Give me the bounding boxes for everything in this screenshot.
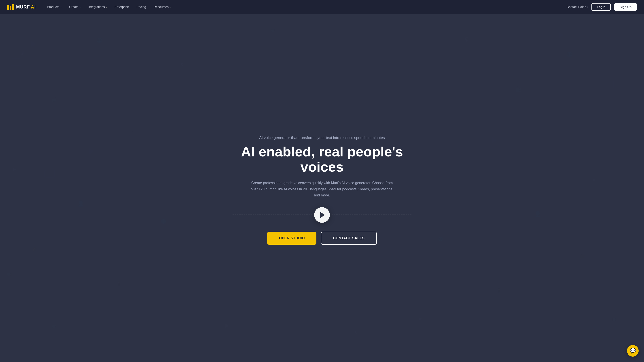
nav-item-create[interactable]: Create ▾ — [66, 3, 84, 10]
nav-left: MURF.AI Products ▾ Create ▾ Integrations… — [7, 3, 174, 10]
svg-text:🌐: 🌐 — [96, 37, 102, 43]
nav-right: Contact Sales › Login Sign Up — [567, 3, 637, 11]
svg-text:📺: 📺 — [612, 317, 617, 321]
svg-text:👤: 👤 — [534, 211, 541, 217]
arrow-icon: › — [587, 5, 588, 8]
nav-item-integrations[interactable]: Integrations ▾ — [85, 3, 110, 10]
svg-text:🎵: 🎵 — [129, 131, 135, 137]
svg-text:🎵: 🎵 — [386, 62, 392, 67]
logo-bar-2 — [10, 6, 12, 10]
nav-links: Products ▾ Create ▾ Integrations ▾ Enter… — [44, 3, 174, 10]
svg-text:▶: ▶ — [592, 177, 596, 182]
chevron-down-icon: ▾ — [60, 6, 62, 8]
hero-subtitle: AI voice generator that transforms your … — [232, 136, 412, 140]
svg-text:📱: 📱 — [116, 281, 122, 287]
svg-text:🎵: 🎵 — [483, 141, 489, 147]
svg-marker-28 — [559, 32, 564, 38]
chevron-down-icon: ▾ — [106, 6, 107, 8]
svg-text:🎓: 🎓 — [580, 253, 585, 259]
chevron-down-icon: ▾ — [80, 6, 81, 8]
nav-item-resources[interactable]: Resources ▾ — [150, 3, 174, 10]
svg-text:📺: 📺 — [6, 271, 12, 276]
svg-rect-32 — [604, 81, 614, 88]
signup-button[interactable]: Sign Up — [614, 3, 637, 11]
contact-sales-nav-link[interactable]: Contact Sales › — [567, 5, 588, 9]
svg-marker-27 — [31, 41, 36, 47]
svg-text:📺: 📺 — [515, 86, 522, 92]
open-studio-button[interactable]: OPEN STUDIO — [267, 232, 316, 245]
svg-text:🌐: 🌐 — [161, 219, 166, 224]
logo-text-ai: .AI — [30, 4, 36, 9]
svg-marker-29 — [90, 148, 94, 155]
svg-rect-33 — [45, 170, 54, 177]
svg-text:🌐: 🌐 — [567, 51, 572, 57]
svg-marker-30 — [492, 137, 496, 143]
cta-buttons: OPEN STUDIO CONTACT SALES — [232, 232, 412, 245]
svg-point-34 — [288, 27, 294, 32]
hero-section: 🎙 📺 🌐 🎵 ▶ 👤 🎓 📱 🌐 🎙 ▶ 📺 🎙 📺 🌐 🎵 ▶ 👤 🎓 📱 … — [0, 14, 644, 362]
login-button[interactable]: Login — [592, 3, 611, 11]
svg-rect-31 — [11, 58, 21, 66]
logo-bar-1 — [7, 5, 9, 10]
svg-text:📺: 📺 — [52, 96, 58, 102]
play-button[interactable] — [314, 207, 330, 223]
svg-text:🎙: 🎙 — [19, 50, 26, 57]
svg-text:📺: 📺 — [52, 323, 56, 328]
logo[interactable]: MURF.AI — [7, 4, 36, 10]
hero-description: Create professional-grade voiceovers qui… — [248, 180, 396, 198]
nav-item-enterprise[interactable]: Enterprise — [112, 3, 132, 10]
chat-bubble[interactable]: 💬 — [627, 345, 639, 357]
logo-text: MURF.AI — [16, 4, 36, 9]
svg-text:🎙: 🎙 — [180, 62, 185, 67]
svg-text:📱: 📱 — [496, 288, 502, 294]
svg-text:🌐: 🌐 — [438, 236, 443, 241]
nav-item-pricing[interactable]: Pricing — [133, 3, 149, 10]
svg-text:▶: ▶ — [226, 323, 229, 328]
svg-text:▶: ▶ — [418, 316, 422, 321]
logo-icon — [7, 4, 14, 10]
svg-text:▶: ▶ — [13, 167, 16, 171]
play-icon — [320, 212, 325, 218]
chat-icon: 💬 — [630, 348, 636, 354]
chevron-down-icon: ▾ — [170, 6, 171, 8]
svg-text:🎙: 🎙 — [464, 36, 470, 43]
nav-item-products[interactable]: Products ▾ — [44, 3, 64, 10]
svg-text:📺: 📺 — [270, 27, 276, 32]
contact-sales-button[interactable]: CONTACT SALES — [321, 232, 376, 245]
svg-text:🎙: 🎙 — [354, 331, 358, 335]
play-button-wrap — [232, 207, 412, 223]
navbar: MURF.AI Products ▾ Create ▾ Integrations… — [0, 0, 644, 14]
hero-content: AI voice generator that transforms your … — [232, 136, 412, 245]
logo-bar-3 — [12, 4, 14, 10]
svg-text:👤: 👤 — [77, 200, 84, 207]
svg-text:🎓: 🎓 — [32, 246, 38, 252]
hero-title: AI enabled, real people's voices — [232, 144, 412, 175]
